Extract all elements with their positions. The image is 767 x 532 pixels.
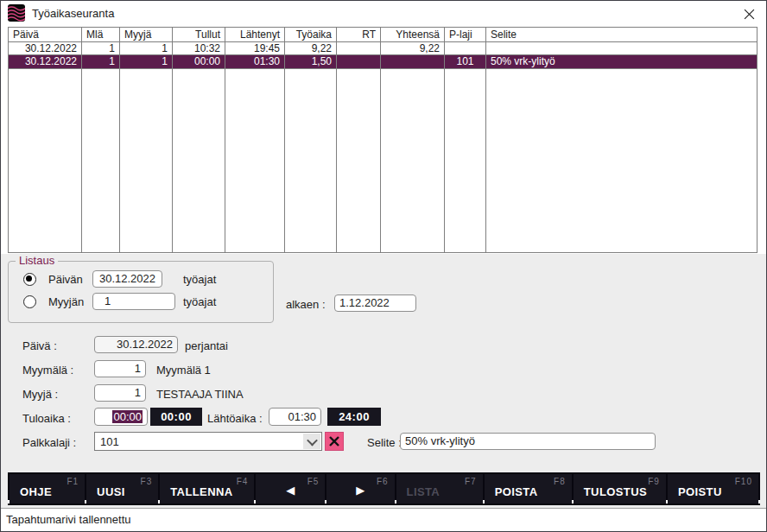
palkkalaji-value: 101	[95, 435, 303, 448]
table-cell[interactable]: 19:45	[225, 42, 285, 55]
table-filler-cell	[486, 69, 757, 252]
myyja-label: Myyjä :	[22, 388, 58, 401]
col-header-tyoaika: Työaika	[285, 28, 337, 42]
col-header-lahtenyt: Lähtenyt	[225, 28, 285, 42]
fkey-label: F6	[377, 477, 389, 486]
myyjan-number-input[interactable]: 1	[92, 293, 175, 310]
listaus-groupbox: Listaus Päivän 30.12.2022 työajat Myyjän…	[8, 261, 274, 323]
radio-myyjan[interactable]	[23, 295, 36, 308]
palkkalaji-combobox[interactable]: 101	[94, 432, 322, 451]
poistu-button[interactable]: POISTU F10	[668, 474, 758, 504]
app-icon	[8, 4, 25, 22]
col-header-mla: Mlä	[82, 28, 120, 42]
alkaen-date-input[interactable]: 1.12.2022	[334, 294, 416, 312]
radio-paivan-label: Päivän	[48, 273, 83, 286]
table-cell-selected[interactable]: 1	[82, 55, 120, 69]
tallenna-button[interactable]: TALLENNA F4	[160, 474, 254, 504]
status-bar: Tapahtumarivi tallennettu	[1, 508, 766, 531]
table-filler-cell	[337, 69, 381, 252]
table-cell-selected[interactable]: 30.12.2022	[9, 55, 82, 69]
myymala-input[interactable]: 1	[94, 360, 146, 377]
poista-button[interactable]: POISTA F8	[485, 474, 572, 504]
table-cell-selected[interactable]: 01:30	[225, 55, 285, 69]
table-cell[interactable]: 30.12.2022	[9, 42, 82, 55]
col-header-paiva: Päivä	[9, 28, 82, 42]
tuloaika-badge: 00:00	[150, 408, 202, 426]
table-filler-cell	[120, 69, 173, 252]
radio-myyjan-label: Myyjän	[48, 295, 84, 308]
window-title: Työaikaseuranta	[32, 7, 114, 20]
table-cell-selected[interactable]: 1,50	[285, 55, 337, 69]
table-cell[interactable]	[445, 42, 486, 55]
next-button[interactable]: ▶ F6	[326, 474, 394, 504]
table-cell-selected[interactable]: 00:00	[173, 55, 225, 69]
table-cell[interactable]: 1	[120, 42, 173, 55]
table-cell[interactable]: 9,22	[381, 42, 445, 55]
fkey-label: F1	[67, 477, 79, 486]
lista-button-label: LISTA	[407, 485, 441, 498]
table-filler-cell	[445, 69, 486, 252]
col-header-rt: RT	[337, 28, 381, 42]
lahtoaika-badge: 24:00	[327, 408, 381, 426]
table-cell[interactable]: 10:32	[173, 42, 225, 55]
table-cell-selected[interactable]: 50% vrk-ylityö	[486, 55, 757, 69]
clear-palkkalaji-button[interactable]	[325, 432, 344, 451]
tulostus-button[interactable]: TULOSTUS F9	[574, 474, 666, 504]
table-filler-cell	[173, 69, 225, 252]
listaus-legend: Listaus	[16, 254, 58, 267]
table-cell[interactable]: 9,22	[285, 42, 337, 55]
fkey-label: F7	[465, 477, 477, 486]
table-cell-selected[interactable]	[381, 55, 445, 69]
tallenna-button-label: TALLENNA	[170, 485, 232, 498]
fkey-label: F10	[735, 477, 752, 486]
lahtoaika-label: Lähtöaika :	[207, 412, 263, 425]
fkey-label: F3	[141, 477, 153, 486]
table-cell-selected[interactable]: 101	[445, 55, 486, 69]
fkey-label: F4	[237, 477, 249, 486]
fkey-label: F9	[648, 477, 660, 486]
lahtoaika-input[interactable]: 01:30	[269, 408, 321, 426]
status-message: Tapahtumarivi tallennettu	[6, 513, 131, 526]
function-key-toolbar: OHJE F1 UUSI F3 TALLENNA F4 ◀ F5 ▶ F6 LI…	[8, 472, 760, 505]
table-filler-cell	[285, 69, 337, 252]
table-cell[interactable]	[486, 42, 757, 55]
tuloaika-label: Tuloaika :	[22, 412, 71, 425]
ohje-button[interactable]: OHJE F1	[10, 474, 85, 504]
close-icon	[744, 9, 755, 20]
poista-button-label: POISTA	[495, 485, 538, 498]
fkey-label: F5	[307, 477, 320, 486]
close-button[interactable]	[738, 5, 759, 22]
radio-paivan[interactable]	[23, 273, 36, 286]
table-cell-selected[interactable]: 1	[120, 55, 173, 69]
palkkalaji-label: Palkkalaji :	[22, 436, 76, 449]
tuloaika-selected-text: 00:00	[112, 410, 143, 423]
col-header-selite: Selite	[486, 28, 757, 42]
alkaen-label: alkaen :	[286, 298, 326, 311]
tuloaika-input[interactable]: 00:00	[94, 408, 148, 426]
paivan-date-input[interactable]: 30.12.2022	[92, 270, 162, 288]
myyja-input[interactable]: 1	[94, 384, 146, 402]
col-header-yhteensa: Yhteensä	[381, 28, 445, 42]
paiva-input[interactable]: 30.12.2022	[94, 336, 178, 353]
title-bar: Työaikaseuranta	[1, 1, 766, 25]
table-cell-selected[interactable]	[337, 55, 381, 69]
myymala-name-label: Myymälä 1	[156, 364, 211, 377]
uusi-button[interactable]: UUSI F3	[86, 474, 158, 504]
weekday-label: perjantai	[185, 339, 228, 352]
myyjan-suffix-label: työajat	[183, 295, 216, 308]
table-cell[interactable]	[337, 42, 381, 55]
selite-input[interactable]: 50% vrk-ylityö	[400, 433, 656, 450]
table-filler-cell	[381, 69, 445, 252]
table-filler-cell	[82, 69, 120, 252]
ohje-button-label: OHJE	[20, 485, 52, 498]
table-cell[interactable]: 1	[82, 42, 120, 55]
paivan-suffix-label: työajat	[183, 273, 216, 286]
lista-button[interactable]: LISTA F7	[396, 474, 483, 504]
clear-icon	[328, 435, 340, 447]
combo-dropdown-button[interactable]	[303, 434, 320, 449]
myyja-name-label: TESTAAJA TIINA	[156, 388, 244, 401]
paiva-label: Päivä :	[22, 339, 57, 352]
arrow-right-icon: ▶	[356, 484, 364, 497]
myymala-label: Myymälä :	[22, 364, 73, 377]
previous-button[interactable]: ◀ F5	[256, 474, 325, 504]
